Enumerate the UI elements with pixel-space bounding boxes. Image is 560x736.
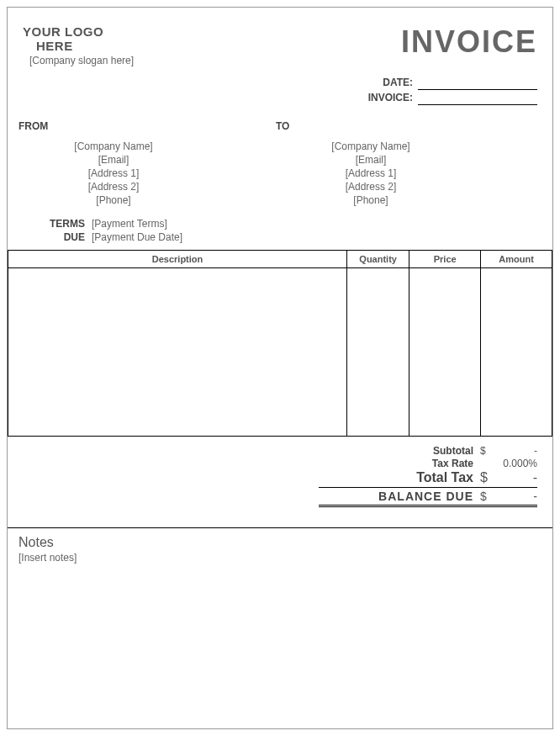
from-address1: [Address 1] (23, 167, 280, 179)
terms-value: [Payment Terms] (92, 218, 167, 230)
to-address2: [Address 2] (280, 181, 537, 193)
to-email: [Email] (280, 154, 537, 166)
totaltax-value: - (495, 470, 537, 485)
col-amount: Amount (481, 251, 552, 268)
col-quantity: Quantity (347, 251, 409, 268)
terms-block: TERMS [Payment Terms] DUE [Payment Due D… (23, 218, 537, 243)
terms-row: TERMS [Payment Terms] (23, 218, 537, 230)
subtotal-value: - (495, 445, 537, 457)
items-table: Description Quantity Price Amount (8, 250, 552, 437)
items-header-row: Description Quantity Price Amount (8, 251, 552, 268)
cell-amount (481, 268, 552, 437)
cell-price (409, 268, 481, 437)
from-company: [Company Name] (23, 140, 280, 152)
items-body-row (8, 268, 552, 437)
col-description: Description (8, 251, 347, 268)
from-column: FROM [Company Name] [Email] [Address 1] … (23, 120, 280, 208)
subtotal-label: Subtotal (433, 445, 480, 457)
from-head: FROM (18, 120, 280, 132)
company-slogan: [Company slogan here] (29, 55, 134, 66)
to-address1: [Address 1] (280, 167, 537, 179)
notes-head: Notes (18, 535, 537, 550)
logo-line2: HERE (36, 39, 134, 53)
invoice-number-value (418, 92, 537, 105)
due-label: DUE (23, 231, 92, 243)
header: YOUR LOGO HERE [Company slogan here] INV… (23, 24, 537, 66)
address-section: FROM [Company Name] [Email] [Address 1] … (23, 120, 537, 208)
totaltax-label: Total Tax (416, 470, 480, 485)
meta-block: DATE: INVOICE: (23, 77, 537, 105)
taxrate-value: 0.000% (495, 458, 537, 469)
terms-label: TERMS (23, 218, 92, 230)
invoice-page: YOUR LOGO HERE [Company slogan here] INV… (7, 7, 553, 729)
balance-label: BALANCE DUE (378, 490, 480, 503)
taxrate-label: Tax Rate (432, 458, 480, 469)
date-value (418, 77, 537, 90)
subtotal-row: Subtotal $ - (23, 445, 537, 457)
totaltax-row: Total Tax $ - (319, 470, 537, 488)
logo-block: YOUR LOGO HERE [Company slogan here] (23, 24, 134, 66)
col-price: Price (409, 251, 481, 268)
balance-value: - (495, 490, 537, 503)
to-column: TO [Company Name] [Email] [Address 1] [A… (280, 120, 537, 208)
invoice-number-row: INVOICE: (23, 92, 537, 105)
to-head: TO (276, 120, 537, 132)
balance-row: BALANCE DUE $ - (319, 488, 537, 507)
subtotal-currency: $ (480, 445, 495, 457)
cell-quantity (347, 268, 409, 437)
date-row: DATE: (23, 77, 537, 90)
from-email: [Email] (23, 154, 280, 166)
date-label: DATE: (23, 77, 418, 90)
due-row: DUE [Payment Due Date] (23, 231, 537, 243)
cell-description (8, 268, 347, 437)
totaltax-currency: $ (480, 470, 495, 485)
to-company: [Company Name] (280, 140, 537, 152)
notes-divider (8, 527, 552, 528)
from-address2: [Address 2] (23, 181, 280, 193)
invoice-title: INVOICE (401, 24, 537, 60)
notes-body: [Insert notes] (18, 552, 537, 564)
due-value: [Payment Due Date] (92, 231, 182, 243)
totals-block: Subtotal $ - Tax Rate 0.000% Total Tax $… (23, 445, 552, 507)
invoice-number-label: INVOICE: (23, 92, 418, 105)
taxrate-row: Tax Rate 0.000% (23, 458, 537, 469)
from-phone: [Phone] (23, 194, 280, 206)
balance-currency: $ (480, 490, 495, 503)
to-phone: [Phone] (280, 194, 537, 206)
logo-line1: YOUR LOGO (23, 24, 134, 39)
